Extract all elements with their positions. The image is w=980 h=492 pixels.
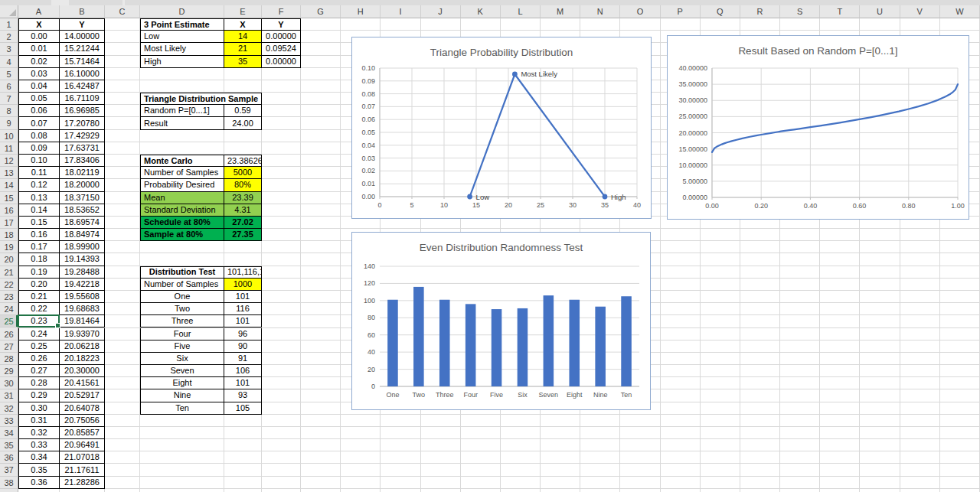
column-header-Q[interactable]: Q bbox=[701, 5, 740, 18]
dist-test-samples-label[interactable]: Number of Samples bbox=[140, 279, 224, 291]
column-header-C[interactable]: C bbox=[105, 5, 140, 18]
row-header-7[interactable]: 7 bbox=[0, 93, 18, 105]
three-point-label[interactable]: High bbox=[140, 56, 224, 68]
column-header-G[interactable]: G bbox=[301, 5, 341, 18]
xy-y-0.31[interactable]: 20.75056 bbox=[60, 415, 105, 427]
column-header-O[interactable]: O bbox=[620, 5, 660, 18]
dist-test-label-three[interactable]: Three bbox=[140, 315, 224, 327]
row-header-31[interactable]: 31 bbox=[0, 389, 18, 402]
xy-x-0.21[interactable]: 0.21 bbox=[18, 291, 60, 303]
dist-test-value-eight[interactable]: 101 bbox=[224, 377, 262, 389]
dist-test-label-four[interactable]: Four bbox=[140, 328, 224, 340]
xy-x-0.19[interactable]: 0.19 bbox=[18, 266, 60, 279]
xy-y-0.01[interactable]: 15.21244 bbox=[60, 43, 105, 55]
dist-test-label-nine[interactable]: Nine bbox=[140, 389, 224, 402]
row-header-15[interactable]: 15 bbox=[0, 192, 18, 204]
row-header-30[interactable]: 30 bbox=[0, 377, 18, 389]
three-point-x-input[interactable]: 21 bbox=[224, 43, 262, 55]
row-header-17[interactable]: 17 bbox=[0, 217, 18, 229]
monte-carlo-value[interactable]: 5000 bbox=[224, 167, 262, 179]
monte-carlo-value[interactable]: 80% bbox=[224, 179, 262, 191]
sample-table-label[interactable]: Result bbox=[140, 117, 224, 129]
dist-test-label-six[interactable]: Six bbox=[140, 353, 224, 365]
row-header-10[interactable]: 10 bbox=[0, 130, 18, 142]
dist-test-samples-input[interactable]: 1000 bbox=[224, 279, 262, 291]
column-header-H[interactable]: H bbox=[341, 5, 381, 18]
xy-x-0.10[interactable]: 0.10 bbox=[18, 155, 60, 167]
dist-test-label-seven[interactable]: Seven bbox=[140, 365, 224, 377]
xy-x-0.20[interactable]: 0.20 bbox=[18, 279, 60, 291]
column-header-V[interactable]: V bbox=[900, 5, 940, 18]
row-header-26[interactable]: 26 bbox=[0, 328, 18, 340]
column-header-R[interactable]: R bbox=[740, 5, 780, 18]
column-header-M[interactable]: M bbox=[541, 5, 580, 18]
dist-test-label-five[interactable]: Five bbox=[140, 340, 224, 353]
xy-x-0.05[interactable]: 0.05 bbox=[18, 93, 60, 105]
row-header-29[interactable]: 29 bbox=[0, 365, 18, 377]
monte-carlo-label[interactable]: Schedule at 80% bbox=[140, 217, 224, 229]
xy-x-0.31[interactable]: 0.31 bbox=[18, 415, 60, 427]
xy-y-0.04[interactable]: 16.42487 bbox=[60, 80, 105, 93]
xy-x-0.00[interactable]: 0.00 bbox=[18, 31, 60, 43]
column-header-D[interactable]: D bbox=[140, 5, 224, 18]
row-header-34[interactable]: 34 bbox=[0, 427, 18, 439]
row-header-5[interactable]: 5 bbox=[0, 68, 18, 80]
row-header-27[interactable]: 27 bbox=[0, 340, 18, 353]
xy-x-0.35[interactable]: 0.35 bbox=[18, 464, 60, 476]
xy-x-0.15[interactable]: 0.15 bbox=[18, 217, 60, 229]
xy-y-0.02[interactable]: 15.71464 bbox=[60, 56, 105, 68]
three-point-y[interactable]: 0.00000 bbox=[262, 56, 301, 68]
row-header-19[interactable]: 19 bbox=[0, 241, 18, 253]
xy-y-0.33[interactable]: 20.96491 bbox=[60, 439, 105, 451]
monte-carlo-value[interactable]: 27.02 bbox=[224, 217, 262, 229]
xy-y-0.00[interactable]: 14.00000 bbox=[60, 31, 105, 43]
dist-test-label-two[interactable]: Two bbox=[140, 303, 224, 315]
column-header-L[interactable]: L bbox=[501, 5, 541, 18]
xy-y-0.29[interactable]: 20.52917 bbox=[60, 389, 105, 402]
row-header-22[interactable]: 22 bbox=[0, 279, 18, 291]
three-point-title[interactable]: 3 Point Estimate bbox=[140, 18, 224, 31]
chart-triangle-probability-distribution[interactable]: Triangle Probability Distribution0.000.0… bbox=[351, 37, 652, 219]
column-header-B[interactable]: B bbox=[60, 5, 105, 18]
xy-x-0.12[interactable]: 0.12 bbox=[18, 179, 60, 191]
row-header-21[interactable]: 21 bbox=[0, 266, 18, 279]
monte-carlo-value[interactable]: 23.39 bbox=[224, 192, 262, 204]
column-header-I[interactable]: I bbox=[381, 5, 420, 18]
row-header-12[interactable]: 12 bbox=[0, 155, 18, 167]
xy-y-0.10[interactable]: 17.83406 bbox=[60, 155, 105, 167]
row-header-35[interactable]: 35 bbox=[0, 439, 18, 451]
xy-y-0.14[interactable]: 18.53652 bbox=[60, 204, 105, 217]
xy-y-0.08[interactable]: 17.42929 bbox=[60, 130, 105, 142]
row-header-9[interactable]: 9 bbox=[0, 117, 18, 129]
column-header-W[interactable]: W bbox=[940, 5, 980, 18]
dist-test-label-ten[interactable]: Ten bbox=[140, 402, 224, 415]
xy-y-0.13[interactable]: 18.37150 bbox=[60, 192, 105, 204]
dist-test-value-two[interactable]: 116 bbox=[224, 303, 262, 315]
monte-carlo-label[interactable]: Number of Samples bbox=[140, 167, 224, 179]
row-header-11[interactable]: 11 bbox=[0, 142, 18, 155]
xy-x-0.04[interactable]: 0.04 bbox=[18, 80, 60, 93]
xy-y-0.21[interactable]: 19.55608 bbox=[60, 291, 105, 303]
row-header-24[interactable]: 24 bbox=[0, 303, 18, 315]
xy-y-0.30[interactable]: 20.64078 bbox=[60, 402, 105, 415]
monte-carlo-label[interactable]: Standard Deviation bbox=[140, 204, 224, 217]
xy-y-0.20[interactable]: 19.42218 bbox=[60, 279, 105, 291]
xy-x-0.34[interactable]: 0.34 bbox=[18, 451, 60, 464]
row-header-1[interactable]: 1 bbox=[0, 18, 18, 31]
column-header-J[interactable]: J bbox=[421, 5, 461, 18]
column-header-S[interactable]: S bbox=[780, 5, 820, 18]
xy-y-0.11[interactable]: 18.02119 bbox=[60, 167, 105, 179]
row-header-32[interactable]: 32 bbox=[0, 402, 18, 415]
xy-x-0.27[interactable]: 0.27 bbox=[18, 365, 60, 377]
xy-y-0.28[interactable]: 20.41561 bbox=[60, 377, 105, 389]
three-point-y[interactable]: 0.09524 bbox=[262, 43, 301, 55]
row-header-4[interactable]: 4 bbox=[0, 56, 18, 68]
xy-y-0.17[interactable]: 18.99900 bbox=[60, 241, 105, 253]
monte-carlo-title[interactable]: Monte Carlo bbox=[140, 155, 224, 167]
xy-x-0.07[interactable]: 0.07 bbox=[18, 117, 60, 129]
three-point-x-input[interactable]: 35 bbox=[224, 56, 262, 68]
xy-y-0.09[interactable]: 17.63731 bbox=[60, 142, 105, 155]
xy-y-0.23[interactable]: 19.81464 bbox=[60, 315, 105, 327]
three-point-x-input[interactable]: 14 bbox=[224, 31, 262, 43]
xy-y-0.34[interactable]: 21.07018 bbox=[60, 451, 105, 464]
